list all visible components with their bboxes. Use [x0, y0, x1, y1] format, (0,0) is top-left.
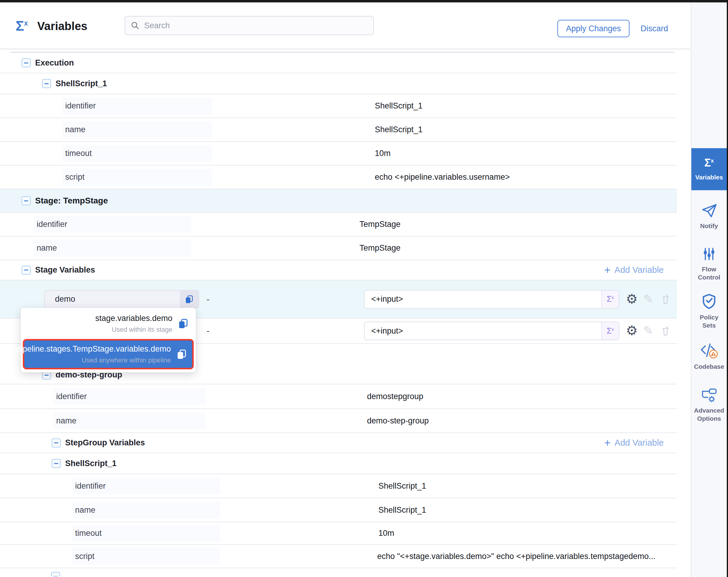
row-partial-bottom	[0, 568, 677, 576]
row-sg-shellscript1: ShellScript_1	[0, 453, 677, 474]
copy-icon[interactable]	[176, 349, 187, 360]
variable-name: demo	[45, 295, 180, 304]
search-input[interactable]	[144, 21, 368, 30]
window-top-edge	[0, 0, 728, 2]
collapse-icon[interactable]	[51, 572, 60, 576]
delete-trash-icon[interactable]	[661, 325, 670, 336]
variable-scope-popup: stage.variables.demo Used within its sta…	[21, 308, 196, 372]
discard-button[interactable]: Discard	[641, 24, 668, 33]
section-label: ShellScript_1	[56, 79, 107, 89]
row-dsg-name: name demo-step-group	[0, 409, 677, 433]
field-label-cell: script	[62, 169, 212, 186]
window-right-edge	[727, 0, 728, 577]
sliders-icon	[702, 246, 717, 261]
row-shellscript1: ShellScript_1	[0, 73, 677, 94]
collapse-icon[interactable]	[52, 459, 61, 468]
search-icon	[131, 21, 140, 30]
sidebar-item-variables[interactable]: Σx Variables	[691, 148, 727, 190]
flowchart-gear-icon	[700, 388, 718, 403]
collapse-icon[interactable]	[42, 79, 51, 88]
field-value: ShellScript_1	[375, 101, 422, 110]
variable-path: stage.variables.demo	[95, 314, 173, 323]
sidebar-item-codebase[interactable]: Codebase	[691, 343, 727, 371]
collapse-icon[interactable]	[22, 58, 31, 67]
plus-icon: +	[604, 265, 610, 276]
scope-option-stage[interactable]: stage.variables.demo Used within its sta…	[21, 308, 196, 338]
field-label-cell: name	[34, 240, 191, 257]
variable-name-field[interactable]: demo	[44, 290, 199, 309]
expression-input-icon[interactable]: Σx	[601, 322, 619, 340]
variable-scope-hint: Used within its stage	[112, 326, 173, 333]
sidebar-item-policy-sets[interactable]: Policy Sets	[691, 293, 727, 329]
field-label-cell: timeout	[72, 525, 220, 542]
variables-panel: Σx Variables Apply Changes Discard Execu…	[0, 2, 690, 577]
row-stepgroup-variables: StepGroup Variables +Add Variable	[0, 433, 677, 453]
collapse-icon[interactable]	[22, 196, 31, 205]
variable-description: -	[207, 326, 209, 336]
field-label-cell: name	[62, 121, 212, 138]
edit-pencil-icon[interactable]: ✎	[643, 293, 653, 305]
scope-option-texts: pipeline.stages.TempStage.variables.demo…	[16, 344, 171, 364]
row-stage-name: name TempStage	[0, 236, 677, 260]
section-label: StepGroup Variables	[65, 438, 145, 448]
field-label-cell: identifier	[34, 216, 191, 233]
copy-icon[interactable]	[178, 318, 189, 329]
delete-trash-icon[interactable]	[661, 294, 670, 304]
section-label: Execution	[35, 58, 74, 68]
search-box[interactable]	[125, 16, 374, 35]
field-value: TempStage	[360, 220, 401, 229]
sidebar-item-flow-control[interactable]: Flow Control	[691, 246, 727, 281]
variables-sigma-icon: Σx	[704, 157, 714, 168]
variable-scope-hint: Used anywhere within pipeline	[82, 356, 171, 364]
field-value: demostepgroup	[367, 392, 423, 401]
field-value: 10m	[375, 149, 391, 158]
row-stage-variables: Stage Variables +Add Variable	[0, 260, 677, 280]
field-value: echo "<+stage.variables.demo>" echo <+pi…	[377, 552, 656, 561]
field-value: 10m	[379, 529, 394, 538]
code-warning-icon	[700, 343, 719, 359]
scope-option-texts: stage.variables.demo Used within its sta…	[95, 314, 173, 333]
copy-icon[interactable]	[180, 291, 199, 308]
collapse-icon[interactable]	[52, 438, 61, 448]
apply-changes-button[interactable]: Apply Changes	[557, 20, 629, 37]
edit-pencil-icon[interactable]: ✎	[643, 325, 653, 336]
row-stage-tempstage: Stage: TempStage	[0, 189, 677, 213]
section-label: Stage Variables	[35, 266, 95, 275]
variable-value-input[interactable]: <+input> Σx	[364, 290, 619, 309]
panel-header: Σx Variables Apply Changes Discard	[0, 2, 690, 49]
plus-icon: +	[604, 437, 610, 448]
right-rail: Σx Variables Notify Flow Control Policy …	[691, 2, 727, 577]
expression-input-icon[interactable]: Σx	[601, 291, 619, 308]
row-sg-ss1-script: script echo "<+stage.variables.demo>" ec…	[0, 545, 677, 568]
add-variable-button[interactable]: +Add Variable	[604, 437, 664, 448]
field-label-cell: identifier	[72, 478, 220, 494]
row-sg-ss1-timeout: timeout 10m	[0, 522, 677, 545]
page-title: Variables	[37, 20, 87, 33]
row-ss1-identifier: identifier ShellScript_1	[0, 94, 677, 118]
variable-value-input[interactable]: <+input> Σx	[364, 322, 619, 340]
sidebar-item-notify[interactable]: Notify	[691, 203, 727, 230]
row-ss1-name: name ShellScript_1	[0, 118, 677, 142]
field-label-cell: name	[53, 412, 206, 429]
collapse-icon[interactable]	[22, 266, 31, 275]
variable-path: pipeline.stages.TempStage.variables.demo	[16, 344, 171, 354]
row-sg-ss1-name: name ShellScript_1	[0, 498, 677, 522]
add-variable-button[interactable]: +Add Variable	[604, 265, 664, 276]
variables-sigma-icon: Σx	[16, 19, 28, 33]
stage-section-label: Stage: TempStage	[35, 196, 108, 205]
field-label-cell: identifier	[53, 388, 206, 405]
scope-option-pipeline[interactable]: pipeline.stages.TempStage.variables.demo…	[23, 339, 194, 369]
field-value: ShellScript_1	[379, 481, 426, 491]
field-value: ShellScript_1	[375, 125, 422, 134]
field-label-cell: timeout	[62, 145, 212, 162]
field-label-cell: script	[72, 548, 220, 565]
settings-gear-icon[interactable]: ⚙	[626, 293, 638, 306]
field-value: TempStage	[360, 244, 401, 253]
field-value: demo-step-group	[367, 416, 429, 426]
settings-gear-icon[interactable]: ⚙	[626, 324, 638, 337]
row-ss1-script: script echo <+pipeline.variables.usernam…	[0, 166, 677, 189]
variable-description: -	[207, 295, 209, 304]
paper-plane-icon	[701, 203, 717, 218]
sidebar-item-advanced-options[interactable]: Advanced Options	[691, 388, 727, 423]
section-label: ShellScript_1	[65, 459, 116, 468]
